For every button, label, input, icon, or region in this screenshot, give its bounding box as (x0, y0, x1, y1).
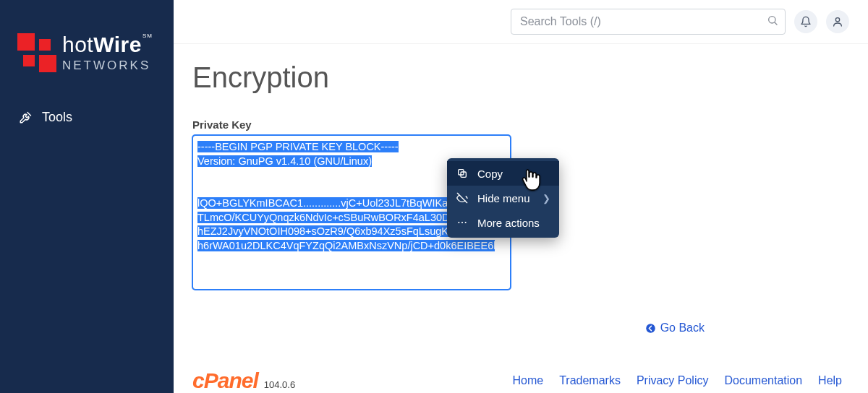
svg-point-7 (461, 222, 463, 223)
svg-point-6 (458, 222, 459, 223)
footer: cPanel 104.0.6 Home Trademarks Privacy P… (192, 368, 849, 393)
footer-trademarks[interactable]: Trademarks (559, 374, 621, 387)
go-back-label: Go Back (660, 321, 705, 334)
copy-icon (456, 167, 469, 180)
notifications-button[interactable] (794, 10, 817, 33)
eye-off-icon (456, 191, 469, 204)
chevron-right-icon: ❯ (542, 193, 550, 204)
svg-point-2 (835, 18, 839, 22)
brand-top-suffix: Wire (93, 33, 142, 56)
content: Encryption Private Key -----BEGIN PGP PR… (174, 44, 868, 393)
search (511, 9, 786, 35)
cpanel-brand: cPanel 104.0.6 (192, 368, 295, 393)
cpanel-logo: cPanel (192, 368, 258, 393)
search-icon[interactable] (767, 14, 778, 29)
footer-docs[interactable]: Documentation (724, 374, 802, 387)
go-back-link[interactable]: Go Back (645, 321, 705, 334)
ctx-hide-menu[interactable]: Hide menu ❯ (447, 186, 559, 210)
brand-logo-icon (17, 33, 56, 72)
main: Encryption Private Key -----BEGIN PGP PR… (174, 0, 868, 393)
account-button[interactable] (826, 10, 849, 33)
svg-point-8 (465, 222, 467, 223)
brand-bottom: NETWORKS (62, 59, 153, 72)
tools-icon (19, 111, 32, 124)
cpanel-version: 104.0.6 (264, 379, 295, 390)
ctx-copy[interactable]: Copy (447, 161, 559, 186)
brand-logo: hotWireSM NETWORKS (0, 0, 174, 101)
footer-privacy[interactable]: Privacy Policy (637, 374, 709, 387)
private-key-label: Private Key (192, 118, 849, 131)
svg-line-1 (775, 22, 777, 25)
brand-top-prefix: hot (62, 33, 93, 56)
page-title: Encryption (192, 61, 849, 94)
topbar (174, 0, 868, 44)
search-input[interactable] (511, 9, 786, 35)
ctx-more-label: More actions (477, 217, 540, 229)
footer-help[interactable]: Help (818, 374, 842, 387)
sidebar: hotWireSM NETWORKS Tools (0, 0, 174, 393)
brand-sm: SM (142, 33, 153, 39)
sidebar-item-label: Tools (42, 110, 72, 125)
footer-home[interactable]: Home (512, 374, 543, 387)
ctx-more-actions[interactable]: More actions (447, 210, 559, 235)
context-menu: Copy Hide menu ❯ More actions (447, 158, 559, 238)
user-icon (832, 16, 843, 27)
svg-point-9 (646, 324, 655, 333)
ctx-copy-label: Copy (477, 168, 503, 180)
more-icon (456, 216, 469, 229)
sidebar-item-tools[interactable]: Tools (0, 101, 174, 134)
bell-icon (800, 16, 812, 27)
ctx-hide-label: Hide menu (477, 192, 530, 204)
arrow-left-circle-icon (645, 323, 656, 334)
